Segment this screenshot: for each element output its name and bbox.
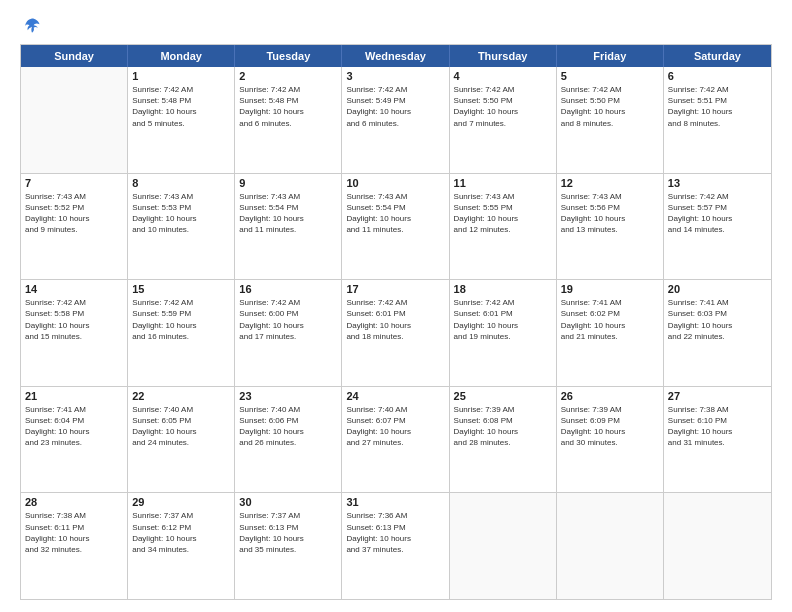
calendar-day-7: 7Sunrise: 7:43 AM Sunset: 5:52 PM Daylig… — [21, 174, 128, 280]
logo — [20, 16, 42, 36]
header — [20, 16, 772, 36]
day-info: Sunrise: 7:42 AM Sunset: 5:50 PM Dayligh… — [454, 84, 552, 129]
day-info: Sunrise: 7:43 AM Sunset: 5:54 PM Dayligh… — [346, 191, 444, 236]
day-number: 28 — [25, 496, 123, 508]
calendar-day-17: 17Sunrise: 7:42 AM Sunset: 6:01 PM Dayli… — [342, 280, 449, 386]
calendar-day-16: 16Sunrise: 7:42 AM Sunset: 6:00 PM Dayli… — [235, 280, 342, 386]
calendar-empty-cell — [450, 493, 557, 599]
page: SundayMondayTuesdayWednesdayThursdayFrid… — [0, 0, 792, 612]
day-info: Sunrise: 7:41 AM Sunset: 6:04 PM Dayligh… — [25, 404, 123, 449]
calendar-day-9: 9Sunrise: 7:43 AM Sunset: 5:54 PM Daylig… — [235, 174, 342, 280]
calendar-week-4: 21Sunrise: 7:41 AM Sunset: 6:04 PM Dayli… — [21, 387, 771, 494]
day-number: 29 — [132, 496, 230, 508]
day-info: Sunrise: 7:43 AM Sunset: 5:55 PM Dayligh… — [454, 191, 552, 236]
calendar-day-6: 6Sunrise: 7:42 AM Sunset: 5:51 PM Daylig… — [664, 67, 771, 173]
day-number: 15 — [132, 283, 230, 295]
calendar-day-3: 3Sunrise: 7:42 AM Sunset: 5:49 PM Daylig… — [342, 67, 449, 173]
calendar-day-24: 24Sunrise: 7:40 AM Sunset: 6:07 PM Dayli… — [342, 387, 449, 493]
day-number: 3 — [346, 70, 444, 82]
calendar-day-5: 5Sunrise: 7:42 AM Sunset: 5:50 PM Daylig… — [557, 67, 664, 173]
header-day-monday: Monday — [128, 45, 235, 67]
calendar-day-4: 4Sunrise: 7:42 AM Sunset: 5:50 PM Daylig… — [450, 67, 557, 173]
calendar-week-2: 7Sunrise: 7:43 AM Sunset: 5:52 PM Daylig… — [21, 174, 771, 281]
day-info: Sunrise: 7:43 AM Sunset: 5:53 PM Dayligh… — [132, 191, 230, 236]
day-number: 10 — [346, 177, 444, 189]
day-number: 2 — [239, 70, 337, 82]
day-number: 5 — [561, 70, 659, 82]
day-number: 8 — [132, 177, 230, 189]
header-day-wednesday: Wednesday — [342, 45, 449, 67]
calendar-day-1: 1Sunrise: 7:42 AM Sunset: 5:48 PM Daylig… — [128, 67, 235, 173]
calendar-day-10: 10Sunrise: 7:43 AM Sunset: 5:54 PM Dayli… — [342, 174, 449, 280]
calendar-day-12: 12Sunrise: 7:43 AM Sunset: 5:56 PM Dayli… — [557, 174, 664, 280]
calendar-day-15: 15Sunrise: 7:42 AM Sunset: 5:59 PM Dayli… — [128, 280, 235, 386]
day-number: 30 — [239, 496, 337, 508]
calendar-day-21: 21Sunrise: 7:41 AM Sunset: 6:04 PM Dayli… — [21, 387, 128, 493]
calendar-empty-cell — [664, 493, 771, 599]
calendar-empty-cell — [557, 493, 664, 599]
header-day-tuesday: Tuesday — [235, 45, 342, 67]
day-info: Sunrise: 7:36 AM Sunset: 6:13 PM Dayligh… — [346, 510, 444, 555]
calendar-day-18: 18Sunrise: 7:42 AM Sunset: 6:01 PM Dayli… — [450, 280, 557, 386]
calendar-day-27: 27Sunrise: 7:38 AM Sunset: 6:10 PM Dayli… — [664, 387, 771, 493]
day-info: Sunrise: 7:37 AM Sunset: 6:13 PM Dayligh… — [239, 510, 337, 555]
day-number: 4 — [454, 70, 552, 82]
day-info: Sunrise: 7:42 AM Sunset: 5:51 PM Dayligh… — [668, 84, 767, 129]
day-number: 17 — [346, 283, 444, 295]
logo-bird-icon — [22, 16, 42, 36]
day-info: Sunrise: 7:42 AM Sunset: 5:48 PM Dayligh… — [132, 84, 230, 129]
day-number: 20 — [668, 283, 767, 295]
day-number: 1 — [132, 70, 230, 82]
day-info: Sunrise: 7:39 AM Sunset: 6:09 PM Dayligh… — [561, 404, 659, 449]
calendar-day-25: 25Sunrise: 7:39 AM Sunset: 6:08 PM Dayli… — [450, 387, 557, 493]
day-info: Sunrise: 7:42 AM Sunset: 5:49 PM Dayligh… — [346, 84, 444, 129]
day-number: 24 — [346, 390, 444, 402]
day-info: Sunrise: 7:43 AM Sunset: 5:54 PM Dayligh… — [239, 191, 337, 236]
header-day-thursday: Thursday — [450, 45, 557, 67]
day-number: 18 — [454, 283, 552, 295]
calendar-week-5: 28Sunrise: 7:38 AM Sunset: 6:11 PM Dayli… — [21, 493, 771, 599]
calendar-day-2: 2Sunrise: 7:42 AM Sunset: 5:48 PM Daylig… — [235, 67, 342, 173]
day-info: Sunrise: 7:42 AM Sunset: 5:58 PM Dayligh… — [25, 297, 123, 342]
calendar-day-23: 23Sunrise: 7:40 AM Sunset: 6:06 PM Dayli… — [235, 387, 342, 493]
day-info: Sunrise: 7:42 AM Sunset: 5:48 PM Dayligh… — [239, 84, 337, 129]
day-number: 7 — [25, 177, 123, 189]
calendar-day-14: 14Sunrise: 7:42 AM Sunset: 5:58 PM Dayli… — [21, 280, 128, 386]
day-number: 21 — [25, 390, 123, 402]
calendar-day-20: 20Sunrise: 7:41 AM Sunset: 6:03 PM Dayli… — [664, 280, 771, 386]
day-number: 13 — [668, 177, 767, 189]
calendar-day-31: 31Sunrise: 7:36 AM Sunset: 6:13 PM Dayli… — [342, 493, 449, 599]
day-info: Sunrise: 7:40 AM Sunset: 6:06 PM Dayligh… — [239, 404, 337, 449]
day-info: Sunrise: 7:38 AM Sunset: 6:11 PM Dayligh… — [25, 510, 123, 555]
calendar-body: 1Sunrise: 7:42 AM Sunset: 5:48 PM Daylig… — [21, 67, 771, 599]
calendar-day-22: 22Sunrise: 7:40 AM Sunset: 6:05 PM Dayli… — [128, 387, 235, 493]
calendar-day-28: 28Sunrise: 7:38 AM Sunset: 6:11 PM Dayli… — [21, 493, 128, 599]
day-info: Sunrise: 7:41 AM Sunset: 6:03 PM Dayligh… — [668, 297, 767, 342]
calendar-week-1: 1Sunrise: 7:42 AM Sunset: 5:48 PM Daylig… — [21, 67, 771, 174]
day-number: 9 — [239, 177, 337, 189]
day-info: Sunrise: 7:37 AM Sunset: 6:12 PM Dayligh… — [132, 510, 230, 555]
day-info: Sunrise: 7:39 AM Sunset: 6:08 PM Dayligh… — [454, 404, 552, 449]
header-day-saturday: Saturday — [664, 45, 771, 67]
calendar-day-19: 19Sunrise: 7:41 AM Sunset: 6:02 PM Dayli… — [557, 280, 664, 386]
header-day-sunday: Sunday — [21, 45, 128, 67]
calendar-day-11: 11Sunrise: 7:43 AM Sunset: 5:55 PM Dayli… — [450, 174, 557, 280]
day-info: Sunrise: 7:42 AM Sunset: 6:01 PM Dayligh… — [454, 297, 552, 342]
day-number: 14 — [25, 283, 123, 295]
day-info: Sunrise: 7:42 AM Sunset: 5:57 PM Dayligh… — [668, 191, 767, 236]
calendar-week-3: 14Sunrise: 7:42 AM Sunset: 5:58 PM Dayli… — [21, 280, 771, 387]
calendar-day-8: 8Sunrise: 7:43 AM Sunset: 5:53 PM Daylig… — [128, 174, 235, 280]
day-info: Sunrise: 7:40 AM Sunset: 6:07 PM Dayligh… — [346, 404, 444, 449]
day-number: 12 — [561, 177, 659, 189]
day-info: Sunrise: 7:42 AM Sunset: 5:59 PM Dayligh… — [132, 297, 230, 342]
day-number: 16 — [239, 283, 337, 295]
day-info: Sunrise: 7:43 AM Sunset: 5:56 PM Dayligh… — [561, 191, 659, 236]
day-info: Sunrise: 7:41 AM Sunset: 6:02 PM Dayligh… — [561, 297, 659, 342]
day-info: Sunrise: 7:42 AM Sunset: 5:50 PM Dayligh… — [561, 84, 659, 129]
calendar-day-13: 13Sunrise: 7:42 AM Sunset: 5:57 PM Dayli… — [664, 174, 771, 280]
day-info: Sunrise: 7:43 AM Sunset: 5:52 PM Dayligh… — [25, 191, 123, 236]
day-number: 6 — [668, 70, 767, 82]
calendar: SundayMondayTuesdayWednesdayThursdayFrid… — [20, 44, 772, 600]
day-number: 11 — [454, 177, 552, 189]
day-number: 23 — [239, 390, 337, 402]
